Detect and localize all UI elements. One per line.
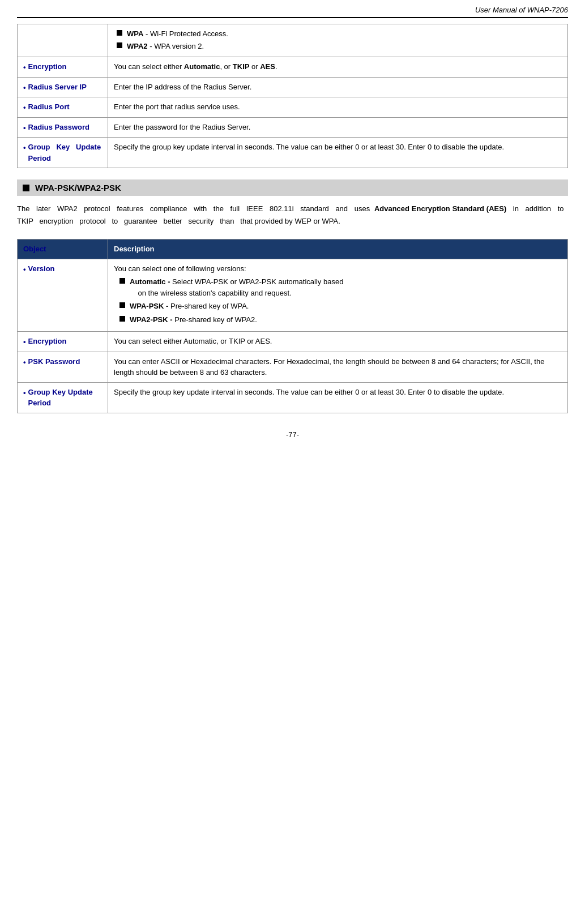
- square-icon: [117, 30, 122, 36]
- second-table-label-group-key: • Group Key Update Period: [18, 382, 108, 413]
- header-title: User Manual of WNAP-7206: [475, 6, 568, 14]
- square-section-icon: [23, 185, 29, 191]
- square-icon: [117, 42, 122, 48]
- table-row: • Radius Password Enter the password for…: [18, 117, 568, 138]
- page: User Manual of WNAP-7206 WPA - Wi-Fi Pro…: [0, 0, 585, 924]
- top-table: WPA - Wi-Fi Protected Access. WPA2 - WPA…: [17, 24, 568, 168]
- page-header: User Manual of WNAP-7206: [17, 6, 568, 18]
- table-row: • Radius Port Enter the port that radius…: [18, 97, 568, 118]
- table-row: • Radius Server IP Enter the IP address …: [18, 77, 568, 97]
- section-heading: WPA-PSK/WPA2-PSK: [17, 179, 568, 196]
- table-row: • Encryption You can select either Autom…: [18, 332, 568, 352]
- second-table-label-psk: • PSK Password: [18, 352, 108, 382]
- top-table-label-group-key: • Group Key Update Period: [18, 138, 108, 168]
- table-row: WPA - Wi-Fi Protected Access. WPA2 - WPA…: [18, 24, 568, 57]
- col-header-description: Description: [108, 239, 568, 259]
- second-table-desc-group-key: Specify the group key update interval in…: [108, 382, 568, 413]
- top-table-label-radius-ip: • Radius Server IP: [18, 77, 108, 97]
- top-table-desc-radius-port: Enter the port that radius service uses.: [108, 97, 568, 118]
- version-bullets: Automatic - Select WPA-PSK or WPA2-PSK a…: [114, 276, 562, 325]
- second-table-desc-version: You can select one of following versions…: [108, 259, 568, 332]
- square-icon: [119, 278, 125, 284]
- top-table-label-radius-port: • Radius Port: [18, 97, 108, 118]
- second-table-label-encryption: • Encryption: [18, 332, 108, 352]
- table-row: • Group Key Update Period Specify the gr…: [18, 138, 568, 168]
- top-table-desc-radius-ip: Enter the IP address of the Radius Serve…: [108, 77, 568, 97]
- top-table-desc-encryption: You can select either Automatic, or TKIP…: [108, 57, 568, 78]
- col-header-object: Object: [18, 239, 108, 259]
- second-table: Object Description • Version You can sel…: [17, 239, 568, 413]
- table-row: • PSK Password You can enter ASCII or He…: [18, 352, 568, 382]
- second-table-header: Object Description: [18, 239, 568, 259]
- page-footer: -77-: [17, 430, 568, 439]
- top-table-desc-radius-password: Enter the password for the Radius Server…: [108, 117, 568, 138]
- version-bullet-automatic: Automatic - Select WPA-PSK or WPA2-PSK a…: [119, 276, 562, 298]
- body-paragraph: The later WPA2 protocol features complia…: [17, 203, 568, 228]
- footer-text: -77-: [286, 430, 299, 439]
- top-table-label-radius-password: • Radius Password: [18, 117, 108, 138]
- wpa-bullet-2: WPA2 - WPA version 2.: [117, 41, 562, 52]
- table-row: • Version You can select one of followin…: [18, 259, 568, 332]
- square-icon: [119, 302, 125, 308]
- section-title: WPA-PSK/WPA2-PSK: [35, 183, 121, 192]
- top-table-label-encryption: • Encryption: [18, 57, 108, 78]
- version-bullet-wpa-psk: WPA-PSK - Pre-shared key of WPA.: [119, 301, 562, 312]
- second-table-desc-psk: You can enter ASCII or Hexadecimal chara…: [108, 352, 568, 382]
- second-table-desc-encryption: You can select either Automatic, or TKIP…: [108, 332, 568, 352]
- table-row: • Encryption You can select either Autom…: [18, 57, 568, 78]
- version-bullet-wpa2-psk: WPA2-PSK - Pre-shared key of WPA2.: [119, 314, 562, 326]
- top-table-desc-group-key: Specify the group key update interval in…: [108, 138, 568, 168]
- top-table-label-empty: [18, 24, 108, 57]
- second-table-label-version: • Version: [18, 259, 108, 332]
- table-row: • Group Key Update Period Specify the gr…: [18, 382, 568, 413]
- wpa-bullet-1: WPA - Wi-Fi Protected Access.: [117, 28, 562, 40]
- top-table-desc-wpa: WPA - Wi-Fi Protected Access. WPA2 - WPA…: [108, 24, 568, 57]
- square-icon: [119, 316, 125, 322]
